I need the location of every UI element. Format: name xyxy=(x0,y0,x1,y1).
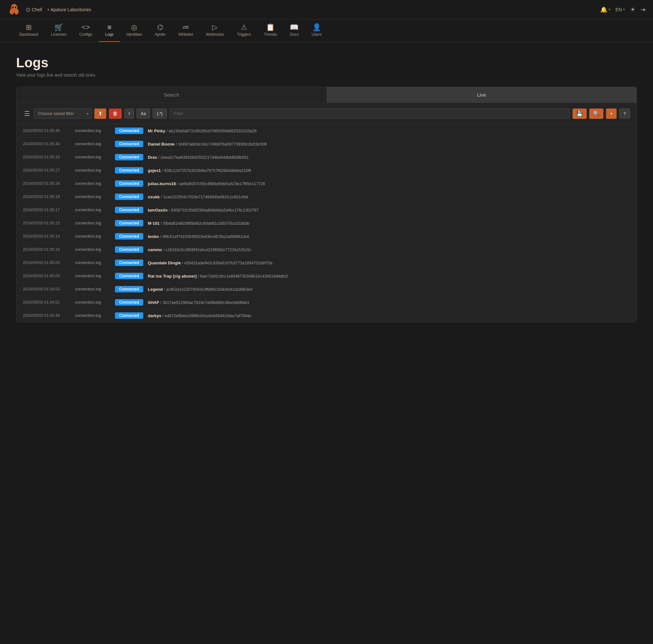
page-title: Logs xyxy=(16,55,637,71)
nav-item-dashboard[interactable]: ⊞Dashboard xyxy=(13,19,45,42)
svg-point-2 xyxy=(14,9,19,15)
log-badge-connected: Connected xyxy=(115,286,143,292)
log-row[interactable]: 2024/05/03 01:05:17connection.logConnect… xyxy=(17,204,636,217)
regex-button[interactable]: (.*) xyxy=(153,109,167,119)
log-hash: / 1cae222554c7020e717484945ef91fc1c801cf… xyxy=(161,195,248,199)
tab-live[interactable]: Live xyxy=(326,87,636,103)
nav-label-apollo: Apollo xyxy=(155,32,166,37)
log-row[interactable]: 2024/05/03 01:04:52connection.logConnect… xyxy=(17,296,636,309)
log-username: xxukk xyxy=(148,194,160,199)
log-timestamp: 2024/05/03 01:05:10 xyxy=(23,247,71,252)
nav-item-apollo[interactable]: ⌬Apollo xyxy=(148,19,172,42)
nav-label-threats: Threats xyxy=(264,32,277,37)
log-hash: / e59431ade942c930e6167b3773a1894701b8f7… xyxy=(182,261,272,265)
org-selector[interactable]: ▾ Apature Laboritories xyxy=(47,7,91,12)
nav-item-webhooks[interactable]: ▷Webhooks xyxy=(200,19,231,42)
logs-panel: SearchLive ☰ Choose saved filter ⬆ 🗑 I A… xyxy=(16,87,637,322)
page-subtitle: View your logs live and search old ones xyxy=(16,72,637,78)
saved-filter-dropdown[interactable]: Choose saved filter xyxy=(34,108,92,119)
save-filter-button[interactable]: 💾 xyxy=(573,109,587,119)
tabs-bar: SearchLive xyxy=(17,87,636,103)
log-source: connection.log xyxy=(75,221,111,225)
log-table: 2024/05/03 01:05:46connection.logConnect… xyxy=(17,124,636,322)
log-badge-connected: Connected xyxy=(115,273,143,279)
log-row[interactable]: 2024/05/03 01:05:05connection.logConnect… xyxy=(17,256,636,269)
search-button[interactable]: 🔍 xyxy=(589,109,603,119)
log-message: M-101 / 5fbdd8148038f5b662c60dd61c3d5375… xyxy=(148,221,630,226)
log-message: leobo / df9c51ef74153046503e63bc4678a2ad… xyxy=(148,234,630,239)
sun-icon: ☀ xyxy=(630,6,635,13)
log-timestamp: 2024/05/03 01:05:15 xyxy=(23,221,71,225)
log-source: connection.log xyxy=(75,287,111,291)
nav-item-triggers[interactable]: ⚠Triggers xyxy=(231,19,258,42)
log-hash: / ab130a0a872c89195cb7665450d682f181010a… xyxy=(167,129,257,133)
log-hash: / 3017ae912960ac7819c7d49b688136ec9d0ffa… xyxy=(160,301,249,305)
log-source: connection.log xyxy=(75,247,111,252)
log-row[interactable]: 2024/05/03 01:05:19connection.logConnect… xyxy=(17,190,636,204)
logout-button[interactable]: ⇥ xyxy=(640,6,645,13)
log-row[interactable]: 2024/05/03 01:05:33connection.logConnect… xyxy=(17,151,636,164)
log-row[interactable]: 2024/05/03 01:05:27connection.logConnect… xyxy=(17,164,636,177)
filter-input[interactable] xyxy=(169,108,570,119)
info-button[interactable]: I xyxy=(124,109,134,119)
logo-icon[interactable] xyxy=(8,3,21,16)
nav-item-docs[interactable]: 📖Docs xyxy=(283,19,305,42)
delete-filter-button[interactable]: 🗑 xyxy=(109,109,122,119)
chevron-icon: ▾ xyxy=(47,7,49,12)
log-username: gajes1 xyxy=(148,168,161,173)
log-row[interactable]: 2024/05/03 01:04:53connection.logConnect… xyxy=(17,283,636,296)
saved-filter-dropdown-wrap: Choose saved filter xyxy=(34,108,92,119)
log-row[interactable]: 2024/05/03 01:05:46connection.logConnect… xyxy=(17,124,636,138)
nav-item-whitelist[interactable]: ≔Whitelist xyxy=(172,19,199,42)
nav-item-logs[interactable]: ≡Logs xyxy=(99,19,120,42)
nav-item-licenses[interactable]: 🛒Licenses xyxy=(45,19,73,42)
nav-icon-triggers: ⚠ xyxy=(241,24,247,31)
notifications-button[interactable]: 🔔 ▾ xyxy=(600,6,610,13)
help-button[interactable]: ? xyxy=(619,109,630,119)
log-source: connection.log xyxy=(75,274,111,278)
nav-icon-identities: ◎ xyxy=(131,24,137,31)
language-selector[interactable]: EN ▾ xyxy=(615,7,625,12)
nav-item-configs[interactable]: <>Configs xyxy=(73,19,99,42)
nav-item-users[interactable]: 👤Users xyxy=(305,19,328,42)
top-bar: ⊙ Chell ▾ Apature Laboritories 🔔 ▾ EN ▾ … xyxy=(0,0,653,19)
log-message: Quandale Dingle / e59431ade942c930e6167b… xyxy=(148,261,630,265)
upload-filter-button[interactable]: ⬆ xyxy=(94,109,106,119)
nav-icon-logs: ≡ xyxy=(107,24,112,31)
top-bar-left: ⊙ Chell ▾ Apature Laboritories xyxy=(8,3,91,16)
log-username: Daniel Boone xyxy=(148,142,174,146)
filter-options-icon[interactable]: ☰ xyxy=(23,109,31,119)
add-filter-button[interactable]: + xyxy=(606,109,616,119)
org-name-label: Apature Laboritories xyxy=(51,7,91,12)
tab-search[interactable]: Search xyxy=(17,87,326,103)
log-row[interactable]: 2024/05/03 01:05:26connection.logConnect… xyxy=(17,177,636,190)
log-username: Mr Pinky xyxy=(148,128,165,133)
log-source: connection.log xyxy=(75,300,111,305)
log-badge-connected: Connected xyxy=(115,207,143,213)
log-row[interactable]: 2024/05/03 01:05:40connection.logConnect… xyxy=(17,138,636,151)
log-message: darkyv / ed672e8b4a10989c041e4cb56441fda… xyxy=(148,313,630,318)
log-row[interactable]: 2024/05/03 01:05:10connection.logConnect… xyxy=(17,243,636,256)
log-badge-connected: Connected xyxy=(115,180,143,187)
top-bar-right: 🔔 ▾ EN ▾ ☀ ⇥ xyxy=(600,6,645,13)
nav-label-configs: Configs xyxy=(79,32,92,37)
case-sensitive-button[interactable]: Aa xyxy=(137,109,150,119)
log-badge-connected: Connected xyxy=(115,141,143,147)
user-profile[interactable]: ⊙ Chell xyxy=(26,6,42,13)
log-row[interactable]: 2024/05/03 01:04:49connection.logConnect… xyxy=(17,309,636,322)
log-row[interactable]: 2024/05/03 01:05:03connection.logConnect… xyxy=(17,269,636,283)
log-timestamp: 2024/05/03 01:05:40 xyxy=(23,142,71,146)
log-timestamp: 2024/05/03 01:05:03 xyxy=(23,274,71,278)
log-hash: / c16183c5c3858f41ebcd21f8092e77234c525c… xyxy=(163,247,251,252)
theme-toggle[interactable]: ☀ xyxy=(630,6,635,13)
log-source: connection.log xyxy=(75,208,111,212)
nav-icon-configs: <> xyxy=(82,24,90,31)
nav-item-threats[interactable]: 📋Threats xyxy=(258,19,284,42)
nav-item-identities[interactable]: ◎Identities xyxy=(120,19,148,42)
log-timestamp: 2024/05/03 01:05:27 xyxy=(23,168,71,173)
log-row[interactable]: 2024/05/03 01:05:14connection.logConnect… xyxy=(17,230,636,243)
nav-label-whitelist: Whitelist xyxy=(178,32,193,37)
log-row[interactable]: 2024/05/03 01:05:15connection.logConnect… xyxy=(17,217,636,230)
username-label: Chell xyxy=(32,7,42,12)
log-hash: / 9309732c55df2304a8b8d4da2d4bc176c13027… xyxy=(169,208,259,213)
